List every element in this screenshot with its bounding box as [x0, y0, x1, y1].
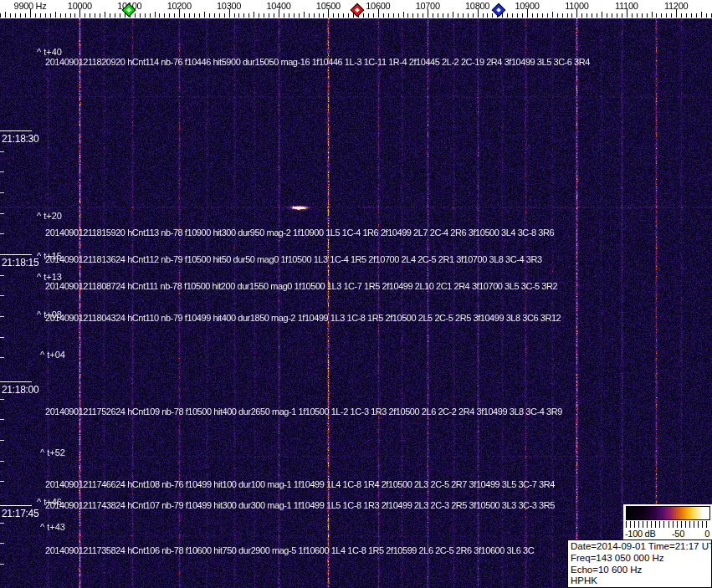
info-date-time: Date=2014-09-01 Time=21:17 UTC [571, 541, 711, 553]
ruler-label: 10700 [416, 1, 440, 11]
ruler-label: 11200 [664, 1, 688, 11]
detection-log-line: 20140901211735824 hCnt106 nb-78 f10600 h… [45, 545, 534, 555]
detection-log-line: 20140901211808724 hCnt111 nb-78 f10500 h… [45, 281, 557, 291]
event-marker: ^ t+43 [40, 522, 65, 532]
time-label: 21:18:00 [2, 384, 38, 396]
frequency-ruler: 9900 Hz100001010010200103001040010500106… [0, 0, 712, 18]
time-tick-line [0, 381, 32, 382]
ruler-label: 9900 Hz [14, 1, 47, 11]
marker-blue-diamond[interactable] [493, 4, 505, 16]
ruler-label: 10300 [217, 1, 241, 11]
time-tick-line [0, 130, 32, 131]
ruler-label: 10400 [266, 1, 290, 11]
time-label: 21:18:30 [2, 133, 38, 145]
detection-log-line: 20140901211815920 hCnt113 nb-78 f10900 h… [45, 228, 554, 238]
detection-log-line: 20140901211820920 hCnt114 nb-76 f10446 h… [45, 57, 590, 67]
colorbar-ticks [626, 521, 710, 528]
event-marker: ^ t+04 [40, 350, 65, 360]
event-marker: ^ t+20 [37, 211, 62, 221]
event-marker: ^ t+40 [37, 47, 62, 57]
colorbar-label-max: 0 [704, 529, 709, 539]
marker-red-diamond[interactable] [351, 4, 363, 16]
detection-log-line: 20140901211743824 hCnt107 nb-79 f10499 h… [45, 500, 555, 510]
colorbar: -100 dB -50 0 [623, 504, 712, 542]
time-label: 21:18:15 [2, 257, 38, 268]
ruler-label: 10200 [167, 1, 192, 11]
ruler-label: 10800 [465, 1, 489, 11]
colorbar-label-min: -100 dB [625, 529, 655, 539]
ruler-label: 10900 [515, 1, 539, 11]
colorbar-gradient [626, 506, 710, 520]
info-station-id: HPHK [571, 575, 711, 587]
ruler-label: 11100 [615, 1, 638, 11]
spectrogram-app-window: 9900 Hz100001010010200103001040010500106… [0, 0, 712, 588]
info-echo: Echo=10 600 Hz [571, 565, 711, 576]
ruler-label: 10500 [316, 1, 341, 11]
detection-log-line: 20140901211813624 hCnt112 nb-79 f10500 h… [45, 254, 542, 264]
time-tick-line [0, 505, 32, 506]
time-tick-line [0, 254, 32, 255]
ruler-label: 10000 [68, 1, 92, 11]
info-box: Date=2014-09-01 Time=21:17 UTC Freq=143 … [567, 539, 712, 588]
time-label: 21:17:45 [2, 508, 38, 519]
detection-log-line: 20140901211804324 hCnt110 nb-79 f10499 h… [45, 313, 561, 323]
colorbar-label-mid: -50 [672, 529, 684, 539]
event-marker: ^ t+52 [40, 447, 65, 458]
info-frequency: Freq=143 050 000 Hz [571, 553, 711, 565]
ruler-label: 11000 [565, 1, 588, 11]
detection-log-line: 20140901211752624 hCnt109 nb-78 f10500 h… [45, 406, 562, 417]
ruler-label: 10600 [366, 1, 390, 11]
detection-log-line: 20140901211746624 hCnt108 nb-76 f10499 h… [45, 479, 555, 489]
